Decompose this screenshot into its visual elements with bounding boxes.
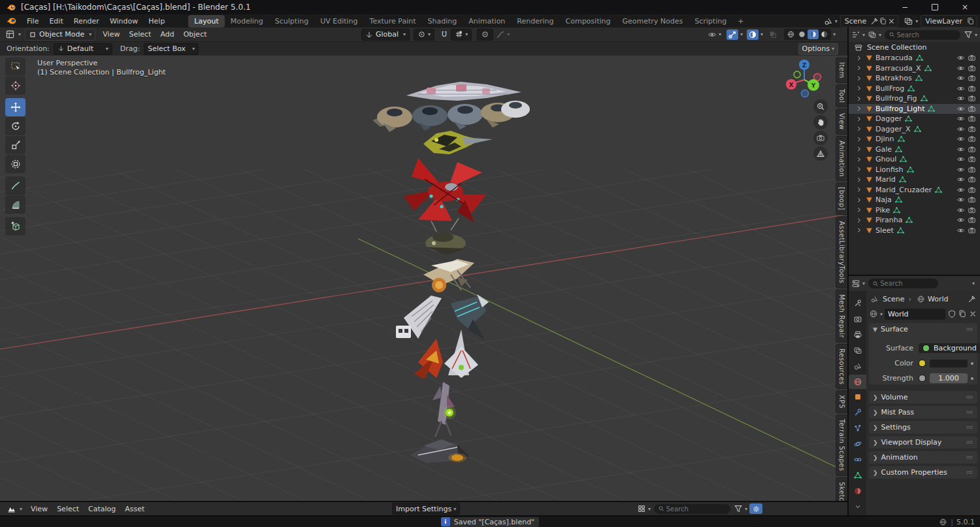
animate-dot[interactable] [971, 362, 973, 365]
collapsed-panel[interactable]: ❯ Viewport Display [869, 436, 977, 449]
snap-magnet-icon[interactable] [440, 30, 449, 39]
collection-name[interactable]: Ghoul [875, 155, 896, 163]
drag-dots-icon[interactable] [965, 423, 973, 432]
tabs-overflow-chevron[interactable] [849, 500, 866, 514]
display-size-icon[interactable] [637, 504, 646, 513]
editor-type-icon[interactable] [5, 29, 15, 39]
expand-chevron-icon[interactable] [855, 135, 863, 143]
hide-in-viewport-eye-icon[interactable] [956, 135, 965, 143]
drag-dots-icon[interactable] [965, 408, 973, 416]
workspace-tab[interactable]: Rendering [511, 15, 559, 27]
outliner-collection-row[interactable]: Sleet [849, 226, 980, 236]
shading-material-button[interactable] [808, 29, 819, 39]
crumb-scene[interactable]: Scene [883, 295, 905, 303]
tab-scene[interactable] [849, 359, 866, 373]
add-workspace-button[interactable]: + [732, 15, 749, 27]
sidebar-tab[interactable]: XPS [836, 390, 847, 413]
world-name-field[interactable]: World [885, 309, 945, 320]
shading-rendered-button[interactable] [819, 29, 830, 39]
collection-name[interactable]: Lionfish [875, 165, 904, 174]
color-field[interactable] [930, 360, 968, 367]
viewport-menu-item[interactable]: Object [179, 28, 212, 41]
ship-bottom-flat[interactable] [410, 439, 469, 463]
disable-in-render-camera-icon[interactable] [968, 125, 976, 133]
tab-tool[interactable] [849, 296, 866, 311]
toggle-ortho-button[interactable] [813, 146, 828, 161]
workspace-tab[interactable]: Texture Paint [364, 15, 422, 27]
tab-output[interactable] [849, 328, 866, 342]
outliner-collection-row[interactable]: Bullfrog_Fig [849, 94, 980, 104]
menu-item[interactable]: File [22, 15, 44, 27]
collection-name[interactable]: Bullfrog_Fig [875, 94, 917, 103]
surface-panel-header[interactable]: ▼ Surface [869, 323, 977, 335]
proportional-editing-toggle[interactable] [477, 29, 493, 41]
minimize-button[interactable]: − [890, 0, 920, 14]
new-copy-icon[interactable] [958, 309, 967, 318]
tool-scale[interactable] [5, 136, 25, 154]
tab-world[interactable] [849, 375, 866, 389]
sidebar-tab[interactable]: Resources [836, 344, 847, 390]
disable-in-render-camera-icon[interactable] [968, 196, 976, 204]
expand-chevron-icon[interactable] [855, 216, 863, 224]
expand-chevron-icon[interactable] [855, 115, 863, 123]
collection-name[interactable]: BullFrog [875, 84, 904, 93]
tab-modifiers[interactable] [849, 405, 866, 420]
outliner-collection-row[interactable]: Gale [849, 144, 980, 155]
shading-solid-button[interactable] [796, 29, 808, 39]
outliner-collection-row[interactable]: Marid_Cruzader [849, 185, 980, 196]
disable-in-render-camera-icon[interactable] [968, 114, 976, 123]
asset-menu-item[interactable]: Asset [120, 503, 149, 515]
hide-in-viewport-eye-icon[interactable] [956, 175, 965, 184]
disable-in-render-camera-icon[interactable] [968, 64, 976, 73]
hide-in-viewport-eye-icon[interactable] [956, 155, 965, 163]
viewport-menu-item[interactable]: Add [155, 28, 178, 41]
filter-funnel-icon[interactable] [964, 30, 973, 39]
tool-transform[interactable] [5, 155, 25, 173]
workspace-tab[interactable]: Geometry Nodes [616, 15, 689, 27]
collapsed-panel[interactable]: ❯ Animation [869, 451, 977, 464]
ship-red-cluster[interactable] [404, 158, 486, 222]
menu-item[interactable]: Help [143, 15, 170, 27]
world-datablock-icon[interactable] [869, 309, 878, 318]
show-overlays-toggle[interactable] [747, 29, 759, 40]
collection-name[interactable]: Dagger [875, 114, 902, 123]
options-dropdown[interactable]: Options ▾ [798, 43, 838, 55]
hide-in-viewport-eye-icon[interactable] [956, 64, 965, 73]
viewlayer-name[interactable]: ViewLayer [923, 17, 966, 26]
outliner-collection-row[interactable]: Marid [849, 175, 980, 185]
gizmo-neg-z[interactable] [802, 90, 809, 97]
asset-menu-item[interactable]: Catalog [84, 503, 120, 515]
workspace-tab[interactable]: Shading [422, 15, 463, 27]
hide-in-viewport-eye-icon[interactable] [956, 125, 965, 133]
outliner-collection-row[interactable]: Barracuda_X [849, 63, 980, 74]
unlink-x-icon[interactable] [968, 309, 977, 318]
filter-display-icon[interactable] [868, 30, 877, 39]
workspace-tab[interactable]: Animation [463, 15, 511, 27]
asset-filter-funnel-icon[interactable] [734, 504, 743, 513]
expand-chevron-icon[interactable] [855, 206, 863, 214]
collection-name[interactable]: Bullfrog_Light [875, 105, 924, 113]
expand-chevron-icon[interactable] [855, 196, 863, 204]
collection-name[interactable]: Djinn [875, 135, 894, 143]
disable-in-render-camera-icon[interactable] [968, 105, 976, 113]
collapsed-panel[interactable]: ❯ Custom Properties [869, 466, 977, 479]
sidebar-tab[interactable]: Mesh Repair [836, 290, 847, 343]
close-button[interactable]: × [950, 0, 980, 14]
gizmo-neg-y[interactable] [794, 71, 800, 78]
asset-menu-item[interactable]: Select [52, 503, 84, 515]
show-gizmo-toggle[interactable] [727, 29, 738, 40]
sidebar-tab[interactable]: Sketchfab [836, 477, 847, 501]
tool-cursor[interactable] [5, 76, 25, 95]
disable-in-render-camera-icon[interactable] [968, 54, 976, 62]
outliner-collection-row[interactable]: Dagger_X [849, 124, 980, 135]
drag-dots-icon[interactable] [965, 438, 973, 447]
scene-selector[interactable]: Scene [840, 15, 899, 27]
display-mode-icon[interactable] [851, 30, 860, 39]
outliner-collection-row[interactable]: Naja [849, 195, 980, 205]
hide-in-viewport-eye-icon[interactable] [956, 94, 965, 103]
pivot-point-dropdown[interactable]: ▾ [414, 29, 434, 41]
crumb-world[interactable]: World [928, 295, 949, 303]
workspace-tab[interactable]: Compositing [560, 15, 617, 27]
menu-item[interactable]: Render [69, 15, 105, 27]
viewport-canvas[interactable]: User Perspective (1) Scene Collection | … [0, 55, 847, 501]
